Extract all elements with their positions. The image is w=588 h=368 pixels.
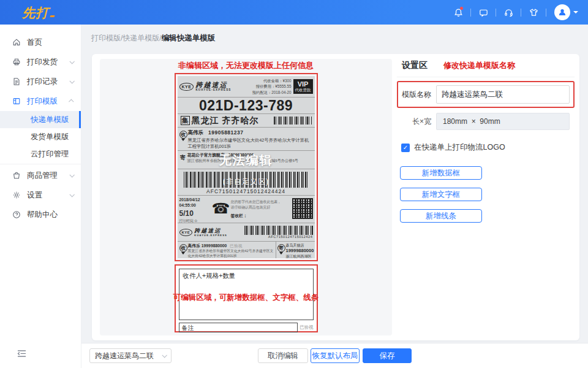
breadcrumb-path[interactable]: 打印模版/快递单模版/ [91,34,162,42]
waybill-header: KYE 跨越速运 KUAYUE-EXPRESS 代收金额：¥300 报价费用：¥… [178,76,315,98]
app-logo[interactable]: 先打 [22,4,55,21]
divider [470,9,471,17]
editor-card: 非编辑区域，无法更改模版上任何信息 KYE 跨越速运 KUAYUE-EXPRES… [92,54,579,340]
add-data-frame-button[interactable]: 新增数据框 [400,166,482,180]
chevron-down-icon [69,59,74,64]
sidebar-item-home[interactable]: 首页 [0,33,81,52]
sidebar: 首页 打印发货 打印记录 打印模版 快递单模版 发货单模版 [0,25,81,368]
print-logo-checkbox-row[interactable]: 在快递单上打印物流LOGO [397,142,575,153]
headset-icon[interactable] [499,0,518,25]
sort-tag: 集 [181,116,190,125]
stub-barcode-bars [244,226,313,235]
tracking-number: 021D-123-789 [178,98,315,114]
sidebar-subitem-invoice-template[interactable]: 发货单模版 [0,128,81,145]
sidebar-subitem-express-template[interactable]: 快递单模版 [0,111,81,128]
printer-icon [12,58,21,66]
cancel-edit-button[interactable]: 取消编辑 [258,348,308,363]
divider [0,164,81,164]
settings-hint-annotation: 修改快递单模版名称 [443,60,515,71]
editable-region[interactable]: 收件人+规格+数量 备注 已验视 可编辑区域，可新增数据框、文字框、线条 [175,264,318,332]
qr-code [292,198,313,219]
chevron-down-icon [69,79,74,83]
sidebar-item-print-ship[interactable]: 打印发货 [0,52,81,72]
home-icon [12,38,21,47]
editable-annotation: 可编辑区域，可新增数据框、文字框、线条 [172,293,320,303]
brand-badge: KYE [179,83,194,91]
settings-title: 设置区 [402,60,428,71]
checkbox-checked-icon[interactable] [401,144,410,152]
sort-city: 黑龙江 齐齐哈尔 [192,115,259,126]
breadcrumb: 打印模版/快递单模版/编辑快递单模版 [91,33,215,44]
brand-name-en: KUAYUE-EXPRESS [195,89,231,92]
template-name-row: 模版名称 [397,81,575,108]
non-editable-annotation: 非编辑区域，无法更改模版上任何信息 [175,60,318,71]
template-icon [12,97,21,105]
stub-brand-row: KYE 跨越速运 KUAYUE-EXPRESS AFC7150124715012… [178,223,315,242]
template-name-input[interactable] [436,85,570,104]
sidebar-item-label: 商品管理 [27,171,58,181]
stub-receiver-status: 已验视 [230,243,242,248]
small-barcode [274,117,312,125]
add-line-button[interactable]: 新增线条 [400,209,482,223]
sidebar-item-label: 打印记录 [27,77,58,87]
sign-field: 签收栏： [231,213,292,219]
print-time-label: 打印时间 ⊙ [179,219,211,224]
add-text-frame-button[interactable]: 新增文字框 [400,188,482,201]
sidebar-item-print-record[interactable]: 打印记录 [0,72,81,91]
save-button[interactable]: 保存 [363,348,412,363]
note-status: 已验视 [300,324,314,331]
notification-bell-icon[interactable] [449,0,467,25]
sidebar-collapse-icon[interactable] [17,349,26,360]
overlay-subtitle: (非自定义区) [176,177,317,187]
template-selector-dropdown[interactable]: 跨越速运菜鸟二联 [89,348,172,363]
breadcrumb-current: 编辑快递单模版 [162,34,216,42]
print-count: 5/10 [179,209,211,219]
avatar-circle [554,4,570,20]
sidebar-item-settings[interactable]: 设置 [0,185,81,205]
sidebar-item-print-template[interactable]: 打印模版 [0,91,81,111]
notification-badge-dot [460,7,463,10]
stub-sender-name: 森马天猫店 [286,243,314,248]
brand-badge: KYE [179,229,193,236]
template-preview-panel: 非编辑区域，无法更改模版上任何信息 KYE 跨越速运 KUAYUE-EXPRES… [100,59,392,335]
non-editable-overlay: 无法编辑 (非自定义区) [176,152,317,187]
stub-receiver-address: 黑龙江省齐齐哈尔市建华区文化大街42号齐齐建华区文化大街42哈尔大学计算机001… [188,249,275,258]
fee-info: 代收金额：¥300 报价费用：¥5555.55 预约配送：2018-04-20 [252,78,292,95]
chevron-down-icon [69,172,74,177]
stub-sender-pin-icon: 寄 [277,243,286,258]
stub-receiver-name: 高伟乐 [188,243,200,248]
sidebar-item-help[interactable]: 帮助中心 [0,205,81,224]
template-name-label: 模版名称 [402,90,436,100]
sidebar-subitem-label: 快递单模版 [31,115,69,125]
restore-default-layout-button[interactable]: 恢复默认布局 [311,348,360,363]
gear-icon [12,191,21,199]
goods-icon [12,171,21,180]
stub-address-row: 收 高伟乐 19999880000 已验视 黑龙江省齐齐哈尔市建华区文化大街42… [178,242,315,258]
brand-name-en: KUAYUE-EXPRESS [194,234,227,237]
sidebar-item-label: 帮助中心 [27,210,58,220]
divider [521,9,521,17]
sidebar-item-goods[interactable]: 商品管理 [0,166,81,185]
sidebar-subitem-cloud-print[interactable]: 云打印管理 [0,145,81,163]
divider [496,9,496,17]
template-selector-value: 跨越速运菜鸟二联 [95,351,154,361]
info-row: 2018/04/12 04:55:00 5/10 打印时间 ⊙ ☎ 您的签字代表… [178,196,315,223]
size-input [436,113,570,130]
sort-row: 集 黑龙江 齐齐哈尔 [178,114,315,128]
message-icon[interactable] [474,0,492,25]
size-label: 长×宽 [402,117,436,127]
size-row: 长×宽 [397,113,575,130]
shirt-icon[interactable] [524,0,543,25]
user-avatar[interactable] [554,4,578,20]
barcode-number: AFC7150124715012424424 [184,188,309,194]
checkbox-label: 在快递单上打印物流LOGO [414,142,505,153]
print-time-block: 2018/04/12 04:55:00 5/10 打印时间 ⊙ [179,197,211,223]
topbar-actions [449,0,578,25]
topbar: 先打 [0,0,588,25]
chevron-down-icon [162,353,167,358]
note-field[interactable]: 备注 [179,323,298,332]
sidebar-subitem-label: 发货单模版 [31,132,69,142]
brand-name: 跨越速运 [194,228,227,234]
brand-name: 跨越速运 [195,82,231,88]
stub-receiver-pin-icon: 收 [179,243,188,258]
